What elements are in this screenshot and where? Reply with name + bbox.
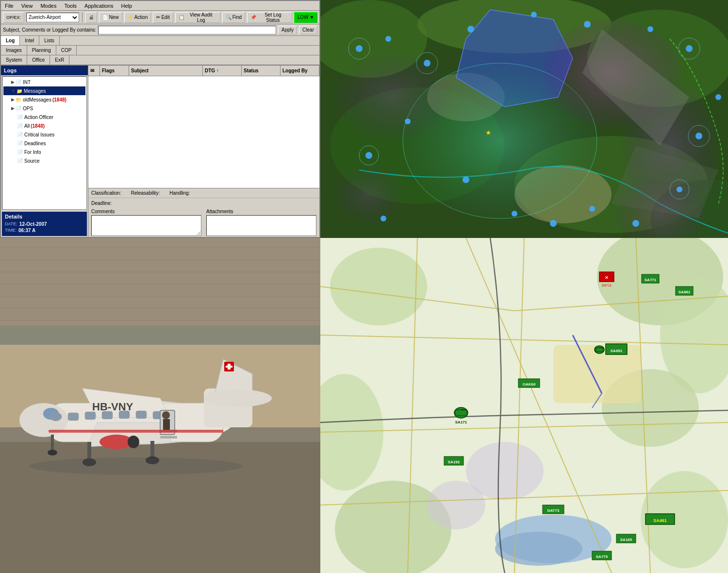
- file-icon-int: 📄: [16, 80, 21, 85]
- log-table-header: ✉ Flags Subject DTG ↑ Status Logged By: [88, 66, 319, 76]
- col-dtg[interactable]: DTG ↑: [203, 66, 242, 76]
- col-status[interactable]: Status: [242, 66, 281, 76]
- tree-item-deadlines[interactable]: 📄 Deadlines: [3, 139, 85, 148]
- tab-exr[interactable]: ExR: [50, 55, 69, 65]
- unit-sa775: SA775: [592, 551, 612, 560]
- tree-item-critical[interactable]: 📄 Critical Issues: [3, 130, 85, 139]
- svg-point-21: [385, 36, 391, 42]
- folder-icon-messages: 📁: [17, 88, 22, 94]
- time-value: 06:37 A: [18, 228, 35, 233]
- menu-help[interactable]: Help: [119, 3, 134, 9]
- date-label: DATE:: [5, 221, 17, 227]
- svg-text:SA691: SA691: [611, 349, 623, 353]
- tree-label-source: Source: [24, 158, 40, 164]
- chevron-down-icon: ▼: [310, 15, 314, 20]
- tree-label-deadlines: Deadlines: [24, 141, 46, 146]
- tab-planning[interactable]: Planning: [27, 46, 56, 55]
- col-flags[interactable]: Flags: [100, 66, 129, 76]
- deadline-label: Deadline:: [91, 201, 112, 206]
- tab-intel[interactable]: Intel: [20, 36, 39, 45]
- search-apply-btn[interactable]: Apply: [278, 26, 297, 34]
- set-status-icon: 📌: [250, 15, 256, 20]
- toolbar-status-value[interactable]: LOW ▼: [294, 12, 317, 23]
- app-window: File View Modes Tools Applications Help …: [0, 0, 320, 238]
- svg-point-67: [50, 412, 62, 421]
- log-table-body: [88, 76, 319, 188]
- logs-header: Logs: [1, 66, 88, 75]
- search-clear-btn[interactable]: Clear: [299, 26, 317, 34]
- file-icon-critical: 📄: [17, 132, 23, 137]
- tree-item-messages[interactable]: ▼ 📁 Messages: [3, 86, 85, 95]
- toolbar-audit-btn[interactable]: 📋 View Audit Log: [175, 12, 220, 23]
- logs-tree[interactable]: ▶ 📄 INT ▼ 📁 Messages ▶ 📁 oldMessage: [2, 76, 87, 210]
- toolbar-find-btn[interactable]: 🔍 Find: [222, 12, 245, 23]
- svg-text:SA171: SA171: [455, 420, 467, 424]
- tab-row-2: Images Planning COP: [1, 46, 319, 55]
- tab-cop[interactable]: COP: [56, 46, 77, 55]
- menu-tools[interactable]: Tools: [62, 3, 79, 9]
- svg-text:OAK60: OAK60: [523, 382, 536, 387]
- col-logged-by[interactable]: Logged By: [281, 66, 319, 76]
- expand-icon-messages: ▼: [11, 88, 16, 93]
- menu-applications[interactable]: Applications: [83, 3, 115, 9]
- tab-lists[interactable]: Lists: [39, 36, 60, 45]
- tree-label-all: All: [24, 123, 30, 129]
- tree-label-messages: Messages: [24, 88, 46, 94]
- tree-item-all[interactable]: 📄 All (1848): [3, 121, 85, 130]
- search-input[interactable]: [98, 26, 276, 34]
- menu-file[interactable]: File: [3, 3, 16, 9]
- svg-point-33: [715, 94, 721, 100]
- file-icon-for-info: 📄: [17, 150, 23, 155]
- find-icon: 🔍: [226, 15, 232, 20]
- tree-label-for-info: For Info: [24, 150, 41, 155]
- comments-input[interactable]: [91, 215, 201, 236]
- tree-item-int[interactable]: ▶ 📄 INT: [3, 78, 85, 86]
- svg-point-26: [463, 176, 469, 183]
- attachments-section-label: Attachments: [206, 209, 316, 214]
- satellite-map: ★: [320, 0, 728, 238]
- attachments-section: Attachments: [206, 209, 316, 236]
- folder-icon-old: 📁: [16, 97, 21, 102]
- tree-item-source[interactable]: 📄 Source: [3, 156, 85, 165]
- toolbar-print-btn[interactable]: 🖨: [85, 12, 97, 23]
- unit-sa171: SA171: [454, 407, 468, 424]
- svg-rect-64: [136, 411, 147, 419]
- tree-item-ops[interactable]: ▶ 📄 OPS: [3, 104, 85, 113]
- main-content: Logs ▶ 📄 INT ▼ 📁 Messages: [1, 66, 319, 237]
- date-value: 12-Oct-2007: [19, 221, 47, 227]
- tree-item-old-messages[interactable]: ▶ 📁 oldMessages (1848): [3, 95, 85, 104]
- toolbar-action-btn[interactable]: ⚡ Action: [124, 12, 151, 23]
- tab-office[interactable]: Office: [27, 55, 50, 65]
- tree-label-critical: Critical Issues: [24, 132, 54, 137]
- menu-view[interactable]: View: [19, 3, 35, 9]
- comments-section-label: Comments: [91, 209, 201, 214]
- unit-sa771: SA771: [642, 274, 659, 283]
- svg-text:SA711: SA711: [601, 284, 612, 287]
- tab-system[interactable]: System: [1, 55, 27, 65]
- svg-point-25: [381, 216, 386, 221]
- col-subject[interactable]: Subject: [129, 66, 203, 76]
- menu-bar: File View Modes Tools Applications Help: [1, 1, 319, 11]
- log-panel: ✉ Flags Subject DTG ↑ Status Logged By C…: [88, 66, 319, 237]
- tab-images[interactable]: Images: [1, 46, 27, 55]
- audit-icon: 📋: [179, 15, 184, 20]
- svg-rect-104: [553, 345, 641, 403]
- op-ex-select[interactable]: Zuerich-Airport: [26, 13, 79, 22]
- svg-point-37: [531, 12, 537, 17]
- svg-rect-60: [68, 413, 79, 421]
- tactical-svg: SA771 SA881 SA691 OAK60: [320, 238, 728, 573]
- svg-text:SA771: SA771: [645, 278, 657, 282]
- toolbar-edit-btn[interactable]: ✏ Edit: [153, 12, 173, 23]
- deadline-row: Deadline:: [88, 198, 319, 208]
- toolbar: OP/EX: Zuerich-Airport 🖨 📄 New ⚡ Action …: [1, 11, 319, 24]
- unit-sa165: SA165: [616, 534, 636, 543]
- tab-log[interactable]: Log: [1, 36, 20, 45]
- tree-item-action-officer[interactable]: 📄 Action Officer: [3, 113, 85, 121]
- file-icon-all: 📄: [17, 123, 23, 129]
- action-icon: ⚡: [128, 15, 133, 20]
- toolbar-new-btn[interactable]: 📄 New: [99, 12, 122, 23]
- tree-item-for-info[interactable]: 📄 For Info: [3, 148, 85, 156]
- svg-point-30: [632, 220, 639, 227]
- toolbar-set-log-status-btn[interactable]: 📌 Set Log Status: [247, 12, 292, 23]
- menu-modes[interactable]: Modes: [38, 3, 58, 9]
